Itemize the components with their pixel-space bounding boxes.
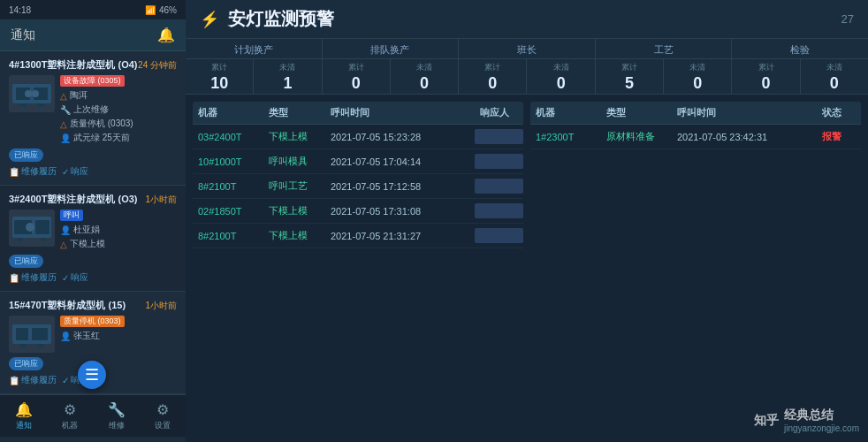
stats-paizhuan-weiqing-value: 0	[420, 75, 429, 91]
svg-rect-11	[41, 238, 46, 241]
action-history-1[interactable]: 📋 维修履历	[9, 165, 57, 178]
nav-notify-label: 通知	[16, 420, 32, 431]
machine-img-2	[9, 210, 55, 247]
stats-banzhang-leiji: 累计 0	[459, 59, 527, 94]
svg-rect-9	[35, 220, 49, 234]
machine-detail2-1: 质量停机 (0303)	[70, 118, 133, 130]
machine-person-2: 杜亚娟	[73, 224, 100, 236]
nav-item-settings[interactable]: ⚙ 设置	[155, 401, 171, 431]
action-history-2[interactable]: 📋 维修履历	[9, 271, 57, 284]
stats-row: 计划换产 累计 10 未清 1 排队换产 累计 0	[186, 39, 868, 95]
td-type-1: 呼叫模具	[263, 153, 325, 170]
stats-jianyan-leiji: 累计 0	[732, 59, 800, 94]
td-time-0: 2021-07-05 15:23:28	[325, 130, 475, 144]
machine-img-3	[9, 316, 55, 353]
right-table-body[interactable]: 1#2300T 原材料准备 2021-07-05 23:42:31 报警	[530, 125, 861, 435]
watermark: 知乎 经典总结 jingyanzongjie.com	[754, 408, 859, 433]
machine-tag-3: 质量停机 (0303)	[60, 316, 125, 327]
svg-rect-10	[18, 238, 23, 241]
page-number: 27	[841, 12, 854, 26]
left-table-body[interactable]: 03#2400T 下模上模 2021-07-05 15:23:28 10#100…	[193, 125, 523, 435]
stats-group-gongyi-values: 累计 5 未清 0	[596, 59, 732, 94]
sidebar-inner: 通知 🔔 4#1300T塑料注射成型机 (O4) 24 分钟前	[0, 19, 186, 437]
nav-item-machine[interactable]: ⚙ 机器	[62, 401, 78, 431]
stats-group-paizhuan: 排队换产 累计 0 未清 0	[323, 39, 460, 94]
watermark-sub: jingyanzongjie.com	[784, 423, 859, 433]
td-r-type-0: 原材料准备	[601, 128, 672, 145]
td-person-2	[475, 179, 523, 194]
td-time-1: 2021-07-05 17:04:14	[325, 155, 475, 169]
sidebar-nav: 🔔 通知 ⚙ 机器 🔧 维修 ⚙ 设置	[0, 394, 186, 437]
stats-group-banzhang-values: 累计 0 未清 0	[459, 59, 595, 94]
svg-point-12	[26, 223, 34, 232]
table-row: 02#1850T 下模上模 2021-07-05 17:31:08	[193, 199, 523, 224]
td-r-time-0: 2021-07-05 23:42:31	[672, 130, 817, 144]
machine-time-3: 1小时前	[145, 300, 177, 312]
machine-title-2: 3#2400T塑料注射成型机 (O3)	[9, 193, 137, 206]
person-icon-2: 👤	[60, 225, 71, 235]
machine-tag-1: 设备故障 (0305)	[60, 75, 125, 87]
watermark-brand: 经典总结	[784, 408, 859, 423]
status-badge-2: 已响应	[9, 255, 43, 268]
stats-jianyan-weiqing: 未清 0	[801, 59, 868, 94]
table-section: 机器 类型 呼叫时间 响应人 03#2400T 下模上模 2021-07-05 …	[186, 95, 868, 442]
action-respond-2[interactable]: ✓ 响应	[62, 271, 88, 284]
stats-group-jianyan-header: 检验	[732, 39, 868, 59]
machine-detail-2: 🔧 上次维修	[60, 103, 177, 116]
statusbar-right: 📶 46%	[145, 5, 177, 15]
nav-item-notify[interactable]: 🔔 通知	[15, 401, 33, 431]
stats-group-gongyi: 工艺 累计 5 未清 0	[596, 39, 733, 94]
machine-detail-3: △ 质量停机 (0303)	[60, 118, 177, 130]
stats-gongyi-leiji-label: 累计	[621, 62, 637, 73]
sidebar-content[interactable]: 4#1300T塑料注射成型机 (O4) 24 分钟前	[0, 51, 186, 394]
svg-rect-17	[37, 344, 44, 347]
svg-point-6	[32, 90, 39, 97]
machine-title-3: 15#470T塑料射成型机 (15)	[9, 299, 126, 312]
machine-img-1	[9, 75, 55, 112]
th-time-left: 呼叫时间	[325, 102, 475, 124]
machine-title-1: 4#1300T塑料注射成型机 (O4)	[9, 58, 137, 72]
status-badge-1: 已响应	[9, 149, 43, 162]
machine-person-1: 陶洱	[70, 89, 88, 102]
warn-icon-1: △	[60, 119, 67, 129]
history-icon-1: 📋	[9, 167, 19, 177]
stats-jihua-weiqing-value: 1	[283, 75, 292, 91]
stats-jihua-weiqing: 未清 1	[254, 59, 321, 94]
person-icon-1: △	[60, 91, 67, 101]
stats-group-jihua: 计划换产 累计 10 未清 1	[186, 39, 323, 94]
stats-gongyi-weiqing: 未清 0	[664, 59, 731, 94]
td-r-status-0: 报警	[817, 128, 861, 145]
nav-item-maintain[interactable]: 🔧 维修	[108, 401, 126, 431]
action-history-3[interactable]: 📋 维修履历	[9, 374, 57, 386]
stats-gongyi-leiji: 累计 5	[596, 59, 664, 94]
sidebar-header-title: 通知	[11, 27, 35, 43]
machine-detail-4: 👤 武元绿 25天前	[60, 132, 177, 144]
td-r-machine-0: 1#2300T	[530, 130, 601, 144]
nav-notify-icon: 🔔	[15, 401, 33, 418]
nav-settings-icon: ⚙	[156, 401, 169, 418]
td-person-0	[475, 129, 523, 144]
left-table-header: 机器 类型 呼叫时间 响应人	[193, 102, 523, 125]
watermark-site: 知乎	[754, 413, 779, 429]
machine-info-1: 设备故障 (0305) △ 陶洱 🔧 上次维修 △ 质量停机 (0303)	[60, 75, 177, 144]
stats-banzhang-weiqing: 未清 0	[527, 59, 594, 94]
respond-icon-1: ✓	[62, 167, 69, 177]
main-title: 安灯监测预警	[228, 7, 334, 31]
action-respond-1[interactable]: ✓ 响应	[62, 165, 88, 178]
stats-gongyi-leiji-value: 5	[625, 75, 634, 91]
stats-banzhang-leiji-label: 累计	[484, 62, 500, 73]
th-type-left: 类型	[263, 102, 325, 124]
left-table: 机器 类型 呼叫时间 响应人 03#2400T 下模上模 2021-07-05 …	[193, 102, 523, 435]
th-type-right: 类型	[601, 102, 672, 124]
stats-jianyan-leiji-value: 0	[762, 75, 771, 91]
stats-group-jianyan: 检验 累计 0 未清 0	[732, 39, 868, 94]
statusbar: 14:18 📶 46%	[0, 0, 186, 19]
respond-icon-2: ✓	[62, 273, 69, 283]
fab-button[interactable]: ☰	[78, 361, 106, 389]
stats-jihua-leiji-label: 累计	[211, 62, 227, 73]
td-time-2: 2021-07-05 17:12:58	[325, 179, 475, 194]
stats-paizhuan-weiqing: 未清 0	[391, 59, 458, 94]
nav-machine-label: 机器	[62, 420, 78, 431]
action-row-2: 📋 维修履历 ✓ 响应	[9, 271, 177, 284]
td-machine-3: 02#1850T	[193, 204, 263, 218]
